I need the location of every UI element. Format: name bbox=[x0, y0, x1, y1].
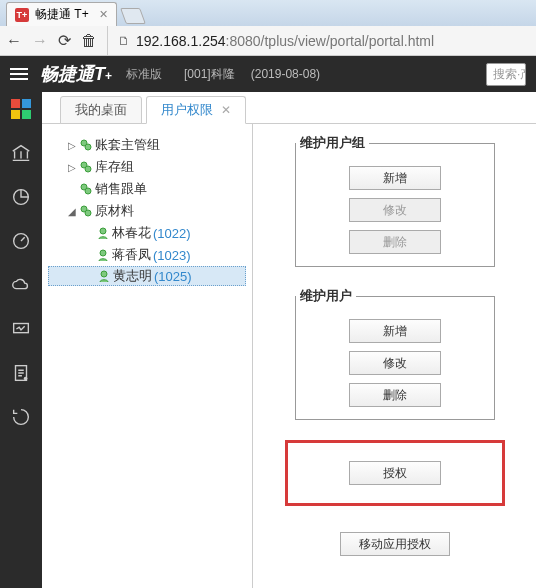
trash-icon[interactable]: 🗑 bbox=[81, 33, 97, 49]
group-new-button[interactable]: 新增 bbox=[349, 166, 441, 190]
svg-point-14 bbox=[100, 250, 106, 256]
browser-tab-strip: T+ 畅捷通 T+ ✕ bbox=[0, 0, 536, 26]
user-maintenance: 维护用户 新增 修改 删除 bbox=[295, 287, 495, 420]
svg-point-12 bbox=[85, 210, 91, 216]
apps-icon[interactable] bbox=[10, 98, 32, 120]
cloud-icon[interactable] bbox=[10, 274, 32, 296]
search-input[interactable]: 搜索·产 bbox=[486, 63, 526, 86]
tab-title: 畅捷通 T+ bbox=[35, 6, 89, 23]
tree-group-stock[interactable]: ▷ 库存组 bbox=[48, 156, 246, 178]
user-icon bbox=[97, 269, 111, 283]
sidebar bbox=[0, 92, 42, 588]
url-host: 192.168.1.254 bbox=[136, 33, 226, 49]
new-tab-button[interactable] bbox=[120, 8, 146, 24]
user-new-button[interactable]: 新增 bbox=[349, 319, 441, 343]
close-icon[interactable]: ✕ bbox=[99, 8, 108, 21]
gauge-icon[interactable] bbox=[10, 230, 32, 252]
group-icon bbox=[79, 204, 93, 218]
close-icon[interactable]: ✕ bbox=[221, 103, 231, 117]
svg-point-4 bbox=[24, 377, 28, 381]
group-icon bbox=[79, 138, 93, 152]
date-label: (2019-08-08) bbox=[251, 67, 320, 81]
app-favicon: T+ bbox=[15, 8, 29, 22]
url-bar[interactable]: 🗋 192.168.1.254:8080/tplus/view/portal/p… bbox=[107, 26, 530, 55]
monitor-icon[interactable] bbox=[10, 318, 32, 340]
user-legend: 维护用户 bbox=[296, 287, 356, 305]
edition-label: 标准版 bbox=[126, 66, 162, 83]
expand-icon[interactable]: ▷ bbox=[66, 140, 77, 151]
history-icon[interactable] bbox=[10, 406, 32, 428]
svg-point-8 bbox=[85, 166, 91, 172]
bank-icon[interactable] bbox=[10, 142, 32, 164]
page-icon: 🗋 bbox=[118, 34, 130, 48]
app-header: 畅捷通T+ 标准版 [001]科隆 (2019-08-08) 搜索·产 bbox=[0, 56, 536, 92]
group-edit-button[interactable]: 修改 bbox=[349, 198, 441, 222]
tree-group-admin[interactable]: ▷ 账套主管组 bbox=[48, 134, 246, 156]
svg-point-15 bbox=[101, 271, 107, 277]
svg-point-13 bbox=[100, 228, 106, 234]
browser-tab[interactable]: T+ 畅捷通 T+ ✕ bbox=[6, 2, 117, 26]
document-icon[interactable] bbox=[10, 362, 32, 384]
forward-button[interactable]: → bbox=[32, 33, 48, 49]
group-icon bbox=[79, 182, 93, 196]
collapse-icon[interactable]: ◢ bbox=[66, 206, 77, 217]
reload-button[interactable]: ⟳ bbox=[58, 33, 71, 49]
svg-point-6 bbox=[85, 144, 91, 150]
group-maintenance: 维护用户组 新增 修改 删除 bbox=[295, 134, 495, 267]
svg-point-10 bbox=[85, 188, 91, 194]
user-icon bbox=[96, 226, 110, 240]
action-panel: 维护用户组 新增 修改 删除 维护用户 新增 修改 删除 授权 移动应用授权 bbox=[252, 124, 536, 588]
group-icon bbox=[79, 160, 93, 174]
tree-user[interactable]: 林春花(1022) bbox=[48, 222, 246, 244]
authorize-button[interactable]: 授权 bbox=[349, 461, 441, 485]
url-path: :8080/tplus/view/portal/portal.html bbox=[226, 33, 435, 49]
group-legend: 维护用户组 bbox=[296, 134, 369, 152]
group-delete-button[interactable]: 删除 bbox=[349, 230, 441, 254]
tab-user-perm[interactable]: 用户权限✕ bbox=[146, 96, 246, 124]
user-tree: ▷ 账套主管组 ▷ 库存组 销售跟单 ◢ bbox=[42, 124, 252, 588]
menu-icon[interactable] bbox=[10, 68, 28, 80]
user-icon bbox=[96, 248, 110, 262]
tree-group-sales[interactable]: 销售跟单 bbox=[48, 178, 246, 200]
tree-user-selected[interactable]: 黄志明(1025) bbox=[48, 266, 246, 286]
user-edit-button[interactable]: 修改 bbox=[349, 351, 441, 375]
brand-logo: 畅捷通T+ bbox=[40, 62, 112, 86]
user-delete-button[interactable]: 删除 bbox=[349, 383, 441, 407]
tree-group-material[interactable]: ◢ 原材料 bbox=[48, 200, 246, 222]
tree-user[interactable]: 蒋香凤(1023) bbox=[48, 244, 246, 266]
browser-toolbar: ← → ⟳ 🗑 🗋 192.168.1.254:8080/tplus/view/… bbox=[0, 26, 536, 56]
tab-desktop[interactable]: 我的桌面 bbox=[60, 96, 142, 124]
authorize-highlight: 授权 bbox=[285, 440, 505, 506]
mobile-authorize-button[interactable]: 移动应用授权 bbox=[340, 532, 450, 556]
org-label: [001]科隆 bbox=[184, 66, 235, 83]
pie-icon[interactable] bbox=[10, 186, 32, 208]
tab-strip: 我的桌面 用户权限✕ bbox=[42, 92, 536, 124]
back-button[interactable]: ← bbox=[6, 33, 22, 49]
expand-icon[interactable]: ▷ bbox=[66, 162, 77, 173]
svg-rect-2 bbox=[14, 324, 29, 333]
